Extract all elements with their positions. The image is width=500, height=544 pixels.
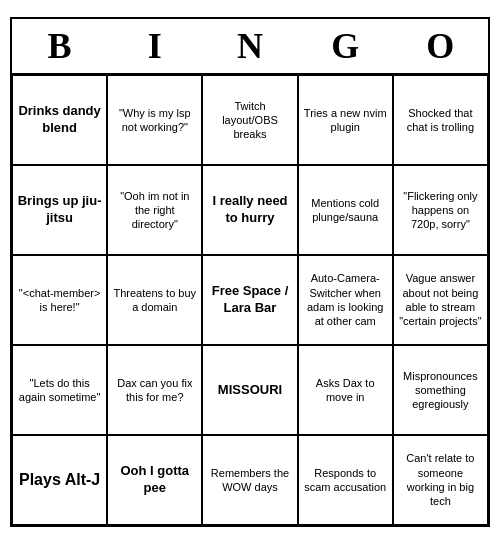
bingo-cell-18[interactable]: Asks Dax to move in [298, 345, 393, 435]
bingo-cell-20[interactable]: Plays Alt-J [12, 435, 107, 525]
bingo-cell-21[interactable]: Ooh I gotta pee [107, 435, 202, 525]
bingo-cell-7[interactable]: I really need to hurry [202, 165, 297, 255]
letter-g: G [301, 25, 389, 67]
bingo-cell-15[interactable]: "Lets do this again sometime" [12, 345, 107, 435]
bingo-cell-8[interactable]: Mentions cold plunge/sauna [298, 165, 393, 255]
bingo-card: B I N G O Drinks dandy blend"Why is my l… [10, 17, 490, 527]
bingo-cell-4[interactable]: Shocked that chat is trolling [393, 75, 488, 165]
bingo-cell-5[interactable]: Brings up jiu-jitsu [12, 165, 107, 255]
bingo-cell-9[interactable]: "Flickering only happens on 720p, sorry" [393, 165, 488, 255]
bingo-cell-1[interactable]: "Why is my lsp not working?" [107, 75, 202, 165]
bingo-cell-16[interactable]: Dax can you fix this for me? [107, 345, 202, 435]
bingo-cell-6[interactable]: "Ooh im not in the right directory" [107, 165, 202, 255]
letter-n: N [206, 25, 294, 67]
bingo-cell-23[interactable]: Responds to scam accusation [298, 435, 393, 525]
bingo-cell-0[interactable]: Drinks dandy blend [12, 75, 107, 165]
bingo-cell-11[interactable]: Threatens to buy a domain [107, 255, 202, 345]
bingo-grid: Drinks dandy blend"Why is my lsp not wor… [12, 75, 488, 525]
bingo-cell-12[interactable]: Free Space / Lara Bar [202, 255, 297, 345]
bingo-header: B I N G O [12, 19, 488, 75]
bingo-cell-22[interactable]: Remembers the WOW days [202, 435, 297, 525]
bingo-cell-24[interactable]: Can't relate to someone working in big t… [393, 435, 488, 525]
letter-b: B [16, 25, 104, 67]
bingo-cell-13[interactable]: Auto-Camera-Switcher when adam is lookin… [298, 255, 393, 345]
letter-o: O [396, 25, 484, 67]
bingo-cell-14[interactable]: Vague answer about not being able to str… [393, 255, 488, 345]
letter-i: I [111, 25, 199, 67]
bingo-cell-2[interactable]: Twitch layout/OBS breaks [202, 75, 297, 165]
bingo-cell-17[interactable]: MISSOURI [202, 345, 297, 435]
bingo-cell-19[interactable]: Mispronounces something egregiously [393, 345, 488, 435]
bingo-cell-10[interactable]: "<chat-member> is here!" [12, 255, 107, 345]
bingo-cell-3[interactable]: Tries a new nvim plugin [298, 75, 393, 165]
